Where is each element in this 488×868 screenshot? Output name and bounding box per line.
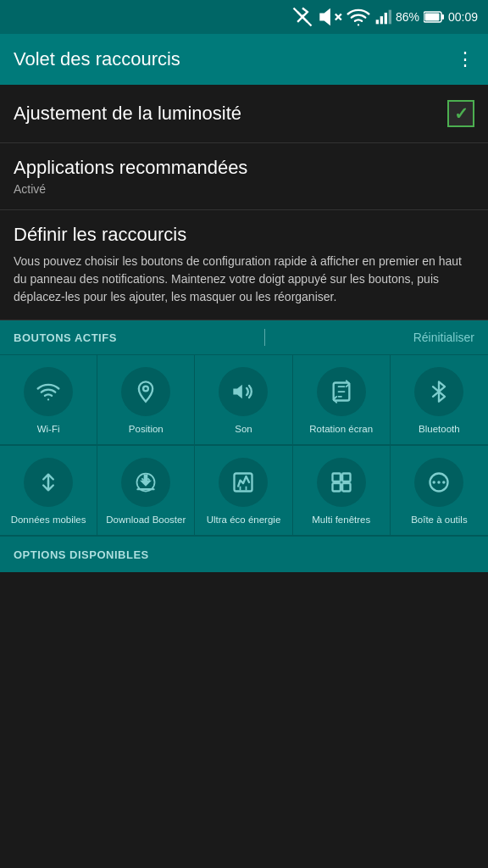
active-buttons-header: BOUTONS ACTIFS Réinitialiser bbox=[0, 320, 488, 355]
eco-label: Ultra éco énergie bbox=[207, 514, 281, 526]
active-buttons-label: BOUTONS ACTIFS bbox=[14, 331, 117, 344]
svg-rect-4 bbox=[380, 16, 383, 24]
donnees-mobiles-button[interactable]: Données mobiles bbox=[0, 446, 97, 536]
download-btn-icon bbox=[134, 470, 158, 494]
boite-circle bbox=[414, 458, 463, 507]
brightness-checkbox[interactable]: ✓ bbox=[447, 100, 474, 127]
recommended-apps-section[interactable]: Applications recommandées Activé bbox=[0, 143, 488, 210]
download-circle bbox=[121, 458, 170, 507]
recommended-apps-status: Activé bbox=[14, 182, 474, 196]
svg-rect-5 bbox=[385, 13, 387, 24]
battery-icon bbox=[424, 11, 444, 23]
volume-muted-icon bbox=[319, 5, 342, 29]
bluetooth-button[interactable]: Bluetooth bbox=[391, 355, 488, 445]
wifi-btn-icon bbox=[36, 380, 60, 403]
status-bar: 86% 00:09 bbox=[0, 0, 488, 34]
wifi-icon bbox=[347, 5, 370, 29]
wifi-label: Wi-Fi bbox=[37, 423, 60, 436]
svg-rect-16 bbox=[332, 483, 340, 491]
define-shortcuts-section: Définir les raccourcis Vous pouvez chois… bbox=[0, 210, 488, 320]
rotation-button[interactable]: Rotation écran bbox=[293, 355, 391, 445]
more-options-button[interactable]: ⋮ bbox=[456, 48, 474, 70]
position-circle bbox=[121, 367, 170, 416]
svg-rect-8 bbox=[441, 14, 444, 19]
son-label: Son bbox=[235, 423, 252, 436]
multi-label: Multi fenêtres bbox=[312, 514, 370, 526]
active-buttons-row2: Données mobiles Download Booster Ultra é… bbox=[0, 446, 488, 537]
app-header: Volet des raccourcis ⋮ bbox=[0, 34, 488, 85]
brightness-section[interactable]: Ajustement de la luminosité ✓ bbox=[0, 85, 488, 143]
boite-label: Boîte à outils bbox=[411, 514, 467, 526]
donnees-circle bbox=[24, 458, 73, 507]
brightness-label: Ajustement de la luminosité bbox=[14, 103, 241, 125]
svg-point-20 bbox=[433, 481, 436, 484]
boite-btn-icon bbox=[427, 470, 451, 494]
son-circle bbox=[219, 367, 268, 416]
download-booster-button[interactable]: Download Booster bbox=[97, 446, 195, 536]
svg-rect-9 bbox=[424, 14, 439, 21]
svg-rect-17 bbox=[342, 483, 350, 491]
svg-rect-15 bbox=[342, 473, 350, 481]
status-icons: 86% 00:09 bbox=[291, 5, 478, 29]
reinitialiser-button[interactable]: Réinitialiser bbox=[413, 331, 474, 344]
son-btn-icon bbox=[231, 380, 255, 403]
svg-point-19 bbox=[438, 481, 441, 484]
position-btn-icon bbox=[134, 380, 158, 403]
bluetooth-muted-icon bbox=[291, 5, 314, 29]
multi-btn-icon bbox=[330, 470, 353, 494]
bluetooth-circle bbox=[414, 367, 463, 416]
define-shortcuts-description: Vous pouvez choisir les boutons de confi… bbox=[14, 253, 474, 306]
donnees-label: Données mobiles bbox=[11, 514, 86, 526]
wifi-circle bbox=[24, 367, 73, 416]
donnees-btn-icon bbox=[36, 470, 60, 494]
divider bbox=[264, 329, 265, 346]
active-buttons-row1: Wi-Fi Position Son bbox=[0, 355, 488, 446]
position-button[interactable]: Position bbox=[97, 355, 195, 445]
son-button[interactable]: Son bbox=[195, 355, 292, 445]
define-shortcuts-title: Définir les raccourcis bbox=[14, 224, 474, 246]
download-label: Download Booster bbox=[106, 514, 186, 526]
options-disponibles-label: OPTIONS DISPONIBLES bbox=[14, 548, 149, 561]
bluetooth-btn-icon bbox=[427, 380, 451, 403]
rotation-label: Rotation écran bbox=[309, 423, 373, 436]
bluetooth-label: Bluetooth bbox=[419, 423, 460, 436]
svg-point-10 bbox=[143, 387, 148, 392]
options-disponibles-header: OPTIONS DISPONIBLES bbox=[0, 537, 488, 572]
battery-text: 86% bbox=[396, 10, 419, 24]
position-label: Position bbox=[129, 423, 164, 436]
svg-rect-14 bbox=[332, 473, 340, 481]
boite-outils-button[interactable]: Boîte à outils bbox=[391, 446, 488, 536]
rotation-btn-icon bbox=[330, 380, 353, 403]
svg-line-0 bbox=[293, 8, 311, 26]
svg-rect-6 bbox=[389, 10, 391, 25]
page-title: Volet des raccourcis bbox=[14, 48, 180, 70]
wifi-button[interactable]: Wi-Fi bbox=[0, 355, 97, 445]
svg-rect-3 bbox=[376, 19, 379, 24]
multi-circle bbox=[317, 458, 366, 507]
eco-btn-icon bbox=[231, 470, 255, 494]
eco-energie-button[interactable]: Ultra éco énergie bbox=[195, 446, 292, 536]
time-text: 00:09 bbox=[448, 10, 478, 24]
multi-fenetres-button[interactable]: Multi fenêtres bbox=[293, 446, 391, 536]
checkmark-icon: ✓ bbox=[454, 103, 469, 124]
rotation-circle bbox=[317, 367, 366, 416]
eco-circle bbox=[219, 458, 268, 507]
signal-icon bbox=[374, 8, 391, 25]
recommended-apps-title: Applications recommandées bbox=[14, 157, 474, 179]
svg-point-21 bbox=[442, 481, 446, 484]
